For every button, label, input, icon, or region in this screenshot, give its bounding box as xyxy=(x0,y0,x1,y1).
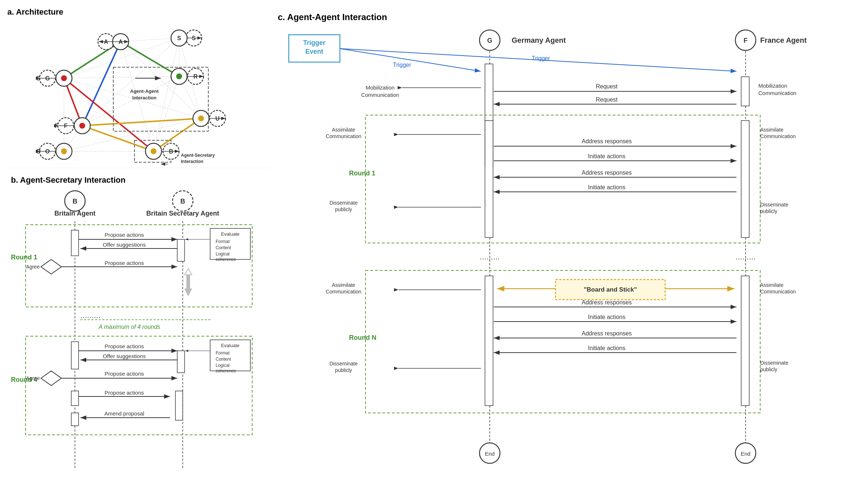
svg-line-10 xyxy=(153,38,179,151)
svg-text:Offer suggestions: Offer suggestions xyxy=(103,242,145,248)
svg-text:.........: ......... xyxy=(80,311,101,320)
main-container: a. Architecture xyxy=(0,0,868,486)
svg-text:Content: Content xyxy=(216,245,231,250)
architecture-svg: Agent-Agent Interaction Agent-Secretary … xyxy=(7,20,263,173)
svg-text:Agree: Agree xyxy=(26,375,40,381)
svg-rect-174 xyxy=(741,77,749,106)
svg-point-71 xyxy=(198,115,204,121)
svg-text:b. Agent-Secretary Interaction: b. Agent-Secretary Interaction xyxy=(11,175,125,185)
svg-text:coherence: coherence xyxy=(216,257,236,262)
svg-text:Round 1: Round 1 xyxy=(11,254,37,261)
svg-text:Format: Format xyxy=(216,350,230,356)
svg-text:publicly: publicly xyxy=(335,206,352,212)
svg-text:Initiate actions: Initiate actions xyxy=(588,184,625,190)
svg-rect-99 xyxy=(71,230,79,256)
svg-text:coherence: coherence xyxy=(216,368,236,373)
svg-text:Propose actions: Propose actions xyxy=(105,260,144,266)
svg-text:"Board and Stick": "Board and Stick" xyxy=(584,286,637,293)
svg-text:A maximum of 4 rounds: A maximum of 4 rounds xyxy=(98,324,160,330)
svg-marker-134 xyxy=(41,371,61,386)
svg-text:O: O xyxy=(36,148,41,155)
svg-line-11 xyxy=(64,76,179,78)
svg-point-82 xyxy=(151,148,156,154)
svg-text:Propose actions: Propose actions xyxy=(105,343,144,349)
svg-text:Initiate actions: Initiate actions xyxy=(588,314,625,320)
svg-text:.........: ......... xyxy=(735,252,755,261)
svg-text:Event: Event xyxy=(305,48,323,55)
svg-text:c. Agent-Agent Interaction: c. Agent-Agent Interaction xyxy=(278,12,387,22)
secretary-section: b. Agent-Secretary Interaction B Britain… xyxy=(7,172,270,480)
svg-text:Round 1: Round 1 xyxy=(349,170,375,177)
svg-rect-138 xyxy=(71,391,79,406)
svg-rect-182 xyxy=(485,121,493,238)
svg-text:Round N: Round N xyxy=(349,334,376,341)
svg-text:Disseminate: Disseminate xyxy=(760,360,788,366)
svg-text:G: G xyxy=(487,37,492,44)
svg-text:Assimilate: Assimilate xyxy=(332,127,355,133)
svg-text:F: F xyxy=(744,37,748,44)
svg-rect-222 xyxy=(741,276,749,406)
svg-rect-87 xyxy=(186,274,190,289)
svg-rect-124 xyxy=(177,351,185,373)
svg-marker-112 xyxy=(41,259,61,274)
svg-text:Trigger: Trigger xyxy=(532,55,550,61)
svg-text:Mobilization: Mobilization xyxy=(365,84,394,91)
agent-interaction-svg: c. Agent-Agent Interaction Trigger Event… xyxy=(278,7,863,479)
svg-text:Communication: Communication xyxy=(760,289,796,295)
svg-text:S: S xyxy=(177,35,181,41)
svg-text:France Agent: France Agent xyxy=(760,36,807,44)
svg-text:Amend proposal: Amend proposal xyxy=(104,410,144,417)
svg-text:Evaluate: Evaluate xyxy=(221,231,240,237)
svg-text:Address responses: Address responses xyxy=(582,138,632,144)
svg-text:Communication: Communication xyxy=(326,289,361,295)
svg-text:Assimilate: Assimilate xyxy=(332,282,355,288)
arch-title: a. Architecture xyxy=(7,7,270,17)
secretary-svg: b. Agent-Secretary Interaction B Britain… xyxy=(7,172,270,479)
svg-text:Trigger: Trigger xyxy=(393,62,412,68)
svg-text:B: B xyxy=(181,198,185,205)
svg-text:Propose actions: Propose actions xyxy=(105,232,144,238)
svg-text:Disseminate: Disseminate xyxy=(329,361,357,367)
svg-text:Evaluate: Evaluate xyxy=(221,343,240,348)
svg-text:Britain Secretary Agent: Britain Secretary Agent xyxy=(146,210,219,217)
svg-text:Interaction: Interaction xyxy=(181,159,203,164)
svg-text:End: End xyxy=(741,451,751,457)
svg-text:G: G xyxy=(36,75,41,81)
svg-text:Mobilization: Mobilization xyxy=(758,83,787,89)
svg-rect-206 xyxy=(485,276,493,406)
svg-line-30 xyxy=(82,118,201,126)
svg-text:Communication: Communication xyxy=(760,133,796,139)
svg-rect-141 xyxy=(71,413,79,426)
svg-text:.........: ......... xyxy=(480,252,500,261)
svg-text:Propose actions: Propose actions xyxy=(105,371,144,377)
svg-line-0 xyxy=(121,38,179,42)
svg-text:F: F xyxy=(55,123,58,129)
svg-text:Agent-Secretary: Agent-Secretary xyxy=(181,153,215,158)
svg-text:Content: Content xyxy=(216,357,231,362)
svg-text:publicly: publicly xyxy=(760,208,777,214)
svg-text:Offer suggestions: Offer suggestions xyxy=(103,353,145,359)
svg-text:Disseminate: Disseminate xyxy=(760,202,788,208)
svg-text:publicly: publicly xyxy=(335,367,352,373)
svg-marker-86 xyxy=(185,289,192,296)
svg-text:Communication: Communication xyxy=(326,133,361,139)
left-panel: a. Architecture xyxy=(7,7,270,479)
svg-point-77 xyxy=(61,148,67,154)
svg-text:Logical: Logical xyxy=(216,363,230,368)
svg-text:Communication: Communication xyxy=(361,92,399,98)
svg-text:End: End xyxy=(485,451,495,457)
svg-marker-88 xyxy=(185,269,192,275)
svg-text:Britain Agent: Britain Agent xyxy=(54,210,95,217)
svg-text:Germany Agent: Germany Agent xyxy=(512,36,566,44)
svg-rect-144 xyxy=(175,391,183,420)
svg-point-60 xyxy=(176,73,182,79)
svg-text:Initiate actions: Initiate actions xyxy=(588,345,625,351)
svg-text:Initiate actions: Initiate actions xyxy=(588,153,625,159)
svg-text:Address responses: Address responses xyxy=(582,299,632,305)
svg-text:Assimilate: Assimilate xyxy=(760,282,784,288)
svg-text:Communication: Communication xyxy=(758,90,796,96)
svg-text:Agree: Agree xyxy=(26,264,40,270)
svg-text:Assimilate: Assimilate xyxy=(760,127,784,133)
svg-text:Agent-Agent: Agent-Agent xyxy=(130,88,159,94)
svg-rect-194 xyxy=(741,121,749,238)
